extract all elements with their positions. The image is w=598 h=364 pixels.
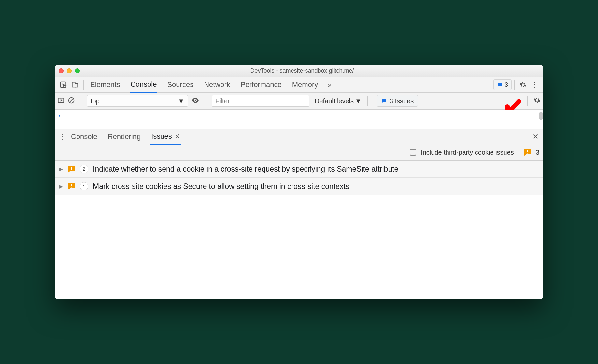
context-selector-value: top — [91, 97, 100, 105]
issue-warning-icon — [523, 149, 531, 156]
drawer-more-icon[interactable]: ⋮ — [57, 133, 68, 141]
more-menu-icon[interactable]: ⋮ — [529, 79, 541, 91]
toolbar-divider — [367, 96, 368, 106]
tab-performance[interactable]: Performance — [240, 77, 282, 92]
svg-rect-8 — [527, 150, 528, 152]
more-tabs-icon[interactable]: » — [328, 81, 331, 89]
window-title: DevTools - samesite-sandbox.glitch.me/ — [65, 67, 539, 74]
tab-elements[interactable]: Elements — [90, 77, 121, 92]
settings-icon[interactable] — [517, 79, 529, 91]
close-window-button[interactable] — [59, 68, 64, 73]
log-levels-dropdown[interactable]: Default levels ▼ — [315, 97, 362, 105]
console-settings-icon[interactable] — [534, 97, 541, 105]
tab-memory[interactable]: Memory — [292, 77, 319, 92]
drawer-tab-issues-label: Issues — [151, 132, 172, 141]
drawer-tab-rendering[interactable]: Rendering — [107, 129, 142, 144]
drawer-tab-issues[interactable]: Issues ✕ — [150, 129, 181, 145]
expand-icon[interactable]: ▶ — [59, 184, 63, 189]
issue-title: Indicate whether to send a cookie in a c… — [93, 164, 539, 174]
include-third-party-label: Include third-party cookie issues — [421, 149, 514, 156]
tab-sources[interactable]: Sources — [166, 77, 194, 92]
svg-rect-10 — [71, 167, 72, 169]
issues-button-label: 3 Issues — [390, 97, 414, 105]
clear-console-icon[interactable] — [68, 97, 75, 105]
issue-title: Mark cross-site cookies as Secure to all… — [93, 181, 539, 191]
toolbar-divider — [206, 96, 206, 106]
svg-rect-13 — [71, 187, 72, 188]
live-expression-icon[interactable] — [191, 96, 200, 106]
console-toolbar: top ▼ Default levels ▼ 3 Issues — [55, 93, 543, 110]
main-tabs: Elements Console Sources Network Perform… — [90, 77, 493, 93]
log-levels-label: Default levels — [315, 97, 354, 105]
issue-row[interactable]: ▶ 1 Mark cross-site cookies as Secure to… — [55, 178, 543, 195]
devtools-window: DevTools - samesite-sandbox.glitch.me/ E… — [55, 65, 543, 299]
svg-point-7 — [195, 100, 196, 101]
toolbar-divider — [527, 96, 528, 106]
filter-input[interactable] — [212, 95, 309, 107]
expand-icon[interactable]: ▶ — [59, 166, 63, 172]
drawer-toolbar: ⋮ Console Rendering Issues ✕ ✕ — [55, 129, 543, 145]
svg-rect-9 — [527, 153, 528, 154]
dropdown-icon: ▼ — [178, 97, 184, 105]
issue-warning-icon — [67, 165, 75, 173]
svg-line-6 — [70, 99, 73, 102]
issues-button[interactable]: 3 Issues — [377, 95, 418, 107]
issues-counter-top[interactable]: 3 — [493, 79, 512, 90]
include-third-party-checkbox[interactable] — [410, 149, 416, 156]
empty-area — [55, 195, 543, 299]
svg-rect-12 — [71, 184, 72, 186]
inspect-element-icon[interactable] — [57, 79, 69, 91]
device-toolbar-icon[interactable] — [69, 79, 81, 91]
console-prompt-icon: › — [59, 112, 61, 119]
drawer-tab-console[interactable]: Console — [70, 129, 98, 144]
svg-rect-11 — [71, 169, 72, 170]
issue-row[interactable]: ▶ 2 Indicate whether to send a cookie in… — [55, 161, 543, 178]
tab-network[interactable]: Network — [203, 77, 231, 92]
toolbar-divider — [81, 96, 81, 106]
close-drawer-icon[interactable]: ✕ — [530, 132, 541, 141]
issues-counter-top-count: 3 — [505, 81, 508, 88]
drawer-tabs: Console Rendering Issues ✕ — [70, 129, 530, 145]
context-selector[interactable]: top ▼ — [87, 95, 188, 107]
main-toolbar: Elements Console Sources Network Perform… — [55, 77, 543, 93]
issue-count-badge: 1 — [80, 182, 88, 190]
issue-warning-icon — [67, 183, 75, 190]
toolbar-divider — [519, 148, 519, 157]
tab-console[interactable]: Console — [130, 77, 158, 93]
dropdown-icon: ▼ — [355, 97, 362, 105]
svg-rect-3 — [58, 98, 64, 103]
toolbar-divider — [514, 80, 515, 90]
issues-toolbar: Include third-party cookie issues 3 — [55, 145, 543, 161]
toggle-sidebar-icon[interactable] — [57, 97, 64, 105]
issues-list: ▶ 2 Indicate whether to send a cookie in… — [55, 161, 543, 195]
console-body[interactable]: › — [55, 110, 543, 129]
issues-total-count: 3 — [536, 149, 539, 156]
toolbar-divider — [83, 80, 84, 90]
issue-count-badge: 2 — [80, 165, 88, 173]
svg-rect-2 — [75, 84, 78, 87]
close-tab-icon[interactable]: ✕ — [175, 133, 180, 140]
titlebar: DevTools - samesite-sandbox.glitch.me/ — [55, 65, 543, 77]
scrollbar-thumb[interactable] — [539, 112, 543, 120]
